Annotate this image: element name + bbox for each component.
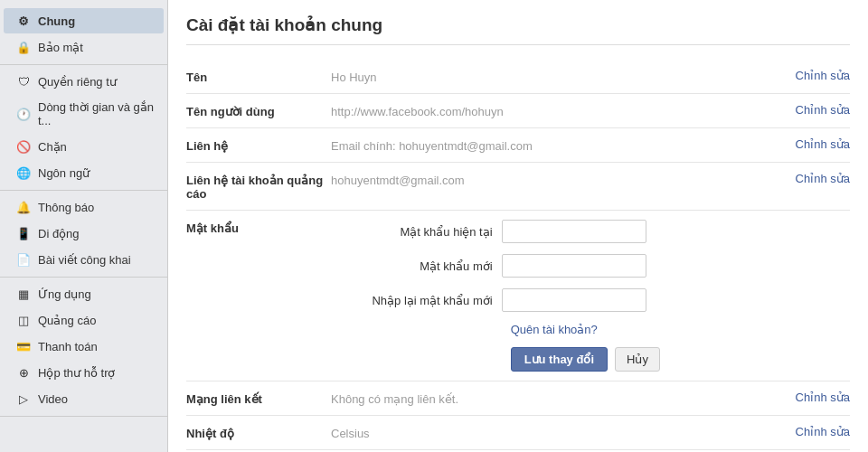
sidebar-label-dong-thoi-gian: Dòng thời gian và gắn t... xyxy=(38,100,155,127)
sidebar-icon-video: ▷ xyxy=(14,391,33,406)
edit-link-nhiet-do[interactable]: Chỉnh sửa xyxy=(796,425,850,438)
settings-row-nhiet-do: Nhiệt độ Celsius Chỉnh sửa xyxy=(186,416,850,450)
sidebar-label-chan: Chặn xyxy=(38,140,67,154)
settings-row-ten-nguoi-dung: Tên người dùng http://www.facebook.com/h… xyxy=(186,94,850,128)
password-input-mat-khau-moi[interactable] xyxy=(502,254,646,278)
value-lien-he: Email chính: hohuyentmdt@gmail.com xyxy=(331,137,787,153)
sidebar-item-thanh-toan[interactable]: 💳 Thanh toán xyxy=(4,334,164,359)
forgot-link[interactable]: Quên tài khoản? xyxy=(511,323,660,336)
edit-link-ten[interactable]: Chỉnh sửa xyxy=(796,69,850,82)
value-mang-lien-ket: Không có mạng liên kết. xyxy=(331,391,787,406)
sidebar-icon-di-dong: 📱 xyxy=(14,226,33,240)
label-lien-he: Liên hệ xyxy=(186,137,331,153)
sidebar-icon-chan: 🚫 xyxy=(14,139,33,154)
settings-row-lien-he: Liên hệ Email chính: hohuyentmdt@gmail.c… xyxy=(186,128,850,163)
sidebar-icon-ngon-ngu: 🌐 xyxy=(14,165,33,180)
save-button[interactable]: Lưu thay đổi xyxy=(511,347,608,372)
sidebar-icon-chung: ⚙ xyxy=(14,14,33,28)
sidebar-icon-quyen-rieng-tu: 🛡 xyxy=(14,74,33,89)
sidebar-icon-dong-thoi-gian: 🕐 xyxy=(14,107,33,121)
value-nhiet-do: Celsius xyxy=(331,425,787,440)
edit-link-ten-nguoi-dung[interactable]: Chỉnh sửa xyxy=(796,103,850,117)
cancel-button[interactable]: Hủy xyxy=(615,347,660,372)
sidebar-label-quyen-rieng-tu: Quyền riêng tư xyxy=(38,75,117,89)
settings-row-lien-he-quang-cao: Liên hệ tài khoản quảng cáo hohuyentmdt@… xyxy=(186,163,850,211)
settings-row-mang-lien-ket: Mạng liên kết Không có mạng liên kết. Ch… xyxy=(186,381,850,416)
password-field-label-nhap-lai-mat-khau-moi: Nhập lại mật khẩu mới xyxy=(335,294,502,307)
sidebar-item-thong-bao[interactable]: 🔔 Thông báo xyxy=(4,194,164,220)
action-ten[interactable]: Chỉnh sửa xyxy=(796,69,850,82)
sidebar-icon-bao-mat: 🔒 xyxy=(14,40,33,54)
value-ten: Ho Huyn xyxy=(331,69,787,84)
sidebar-label-thanh-toan: Thanh toán xyxy=(38,340,98,353)
sidebar-icon-hop-thu-ho-tro: ⊕ xyxy=(14,365,33,380)
password-field-row-mat-khau-moi: Mật khẩu mới xyxy=(335,254,660,278)
sidebar-item-quang-cao[interactable]: ◫ Quảng cáo xyxy=(4,307,164,333)
edit-link-lien-he[interactable]: Chỉnh sửa xyxy=(796,137,850,151)
sidebar-label-thong-bao: Thông báo xyxy=(38,201,94,214)
password-input-nhap-lai-mat-khau-moi[interactable] xyxy=(502,288,646,312)
sidebar-icon-bai-viet-cong-khai: 📄 xyxy=(14,252,33,267)
sidebar-label-bao-mat: Bảo mật xyxy=(38,41,83,54)
sidebar-icon-thong-bao: 🔔 xyxy=(14,200,33,214)
label-ten: Tên xyxy=(186,69,331,84)
password-field-label-mat-khau-moi: Mật khẩu mới xyxy=(335,259,502,273)
sidebar: ⚙ Chung 🔒 Bảo mật 🛡 Quyền riêng tư 🕐 Dòn… xyxy=(0,0,167,452)
sidebar-icon-thanh-toan: 💳 xyxy=(14,339,33,353)
edit-link-mang-lien-ket[interactable]: Chỉnh sửa xyxy=(796,391,850,404)
action-lien-he[interactable]: Chỉnh sửa xyxy=(796,137,850,151)
label-ten-nguoi-dung: Tên người dùng xyxy=(186,103,331,118)
sidebar-label-bai-viet-cong-khai: Bài viết công khai xyxy=(38,253,131,267)
sidebar-item-video[interactable]: ▷ Video xyxy=(4,386,164,411)
edit-link-lien-he-quang-cao[interactable]: Chỉnh sửa xyxy=(796,172,850,185)
sidebar-item-bao-mat[interactable]: 🔒 Bảo mật xyxy=(4,34,164,60)
password-fields: Mật khẩu hiện tại Mật khẩu mới Nhập lại … xyxy=(335,220,660,372)
sidebar-label-hop-thu-ho-tro: Hộp thư hỗ trợ xyxy=(38,366,115,380)
password-label: Mật khẩu xyxy=(186,220,331,235)
action-ten-nguoi-dung[interactable]: Chỉnh sửa xyxy=(796,103,850,117)
value-ten-nguoi-dung: http://www.facebook.com/hohuyn xyxy=(331,103,787,118)
sidebar-label-chung: Chung xyxy=(38,14,75,28)
sidebar-item-di-dong[interactable]: 📱 Di động xyxy=(4,221,164,246)
sidebar-label-video: Video xyxy=(38,392,68,406)
sidebar-icon-quang-cao: ◫ xyxy=(14,313,33,327)
password-field-label-mat-khau-hien-tai: Mật khẩu hiện tại xyxy=(335,225,502,239)
value-lien-he-quang-cao: hohuyentmdt@gmail.com xyxy=(331,172,787,187)
sidebar-label-ngon-ngu: Ngôn ngữ xyxy=(38,166,90,180)
sidebar-item-chung[interactable]: ⚙ Chung xyxy=(4,8,164,33)
sidebar-icon-ung-dung: ▦ xyxy=(14,287,33,301)
password-field-row-mat-khau-hien-tai: Mật khẩu hiện tại xyxy=(335,220,660,243)
sidebar-label-ung-dung: Ứng dụng xyxy=(38,287,91,301)
sidebar-item-bai-viet-cong-khai[interactable]: 📄 Bài viết công khai xyxy=(4,247,164,272)
label-mang-lien-ket: Mạng liên kết xyxy=(186,391,331,406)
sidebar-item-dong-thoi-gian[interactable]: 🕐 Dòng thời gian và gắn t... xyxy=(4,95,164,133)
page-title: Cài đặt tài khoản chung xyxy=(186,14,850,45)
password-input-mat-khau-hien-tai[interactable] xyxy=(502,220,646,243)
sidebar-item-hop-thu-ho-tro[interactable]: ⊕ Hộp thư hỗ trợ xyxy=(4,360,164,385)
main-content: Cài đặt tài khoản chung Tên Ho Huyn Chỉn… xyxy=(167,0,868,452)
sidebar-item-quyen-rieng-tu[interactable]: 🛡 Quyền riêng tư xyxy=(4,69,164,94)
label-nhiet-do: Nhiệt độ xyxy=(186,425,331,440)
password-field-row-nhap-lai-mat-khau-moi: Nhập lại mật khẩu mới xyxy=(335,288,660,312)
action-mang-lien-ket[interactable]: Chỉnh sửa xyxy=(796,391,850,404)
sidebar-label-quang-cao: Quảng cáo xyxy=(38,314,96,327)
label-lien-he-quang-cao: Liên hệ tài khoản quảng cáo xyxy=(186,172,331,201)
button-row: Lưu thay đổi Hủy xyxy=(511,347,660,372)
sidebar-item-ung-dung[interactable]: ▦ Ứng dụng xyxy=(4,281,164,306)
settings-row-ten: Tên Ho Huyn Chỉnh sửa xyxy=(186,60,850,94)
action-lien-he-quang-cao[interactable]: Chỉnh sửa xyxy=(796,172,850,185)
sidebar-item-ngon-ngu[interactable]: 🌐 Ngôn ngữ xyxy=(4,160,164,185)
action-nhiet-do[interactable]: Chỉnh sửa xyxy=(796,425,850,438)
sidebar-label-di-dong: Di động xyxy=(38,227,80,240)
sidebar-item-chan[interactable]: 🚫 Chặn xyxy=(4,134,164,159)
password-section: Mật khẩu Mật khẩu hiện tại Mật khẩu mới … xyxy=(186,211,850,381)
